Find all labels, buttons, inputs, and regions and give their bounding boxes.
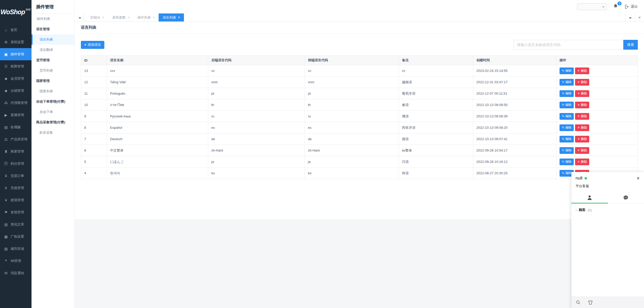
sidebar-item[interactable]: ¥ 充值管理 <box>0 182 32 194</box>
tabs-scroll-left-button[interactable]: ◂◂ <box>75 13 84 21</box>
delete-button[interactable]: ✕ 删除 <box>575 67 589 74</box>
sidebar-item-label: 资讯文章 <box>11 222 24 227</box>
sidebar-item[interactable]: ✉ 消息通知 <box>0 267 32 279</box>
sidebar-item[interactable]: ¥ 交易订单 <box>0 170 32 182</box>
notification-bell[interactable]: 0 <box>613 4 618 10</box>
tab-close-icon[interactable]: ✕ <box>178 16 180 19</box>
tab[interactable]: 控制台 ✕ <box>87 13 108 21</box>
edit-button[interactable]: ✎ 编辑 <box>560 159 574 165</box>
double-chevron-left-icon: ◂◂ <box>78 16 80 19</box>
delete-button[interactable]: ✕ 删除 <box>575 159 589 165</box>
sidebar-item[interactable]: ⌂ 首页 <box>0 24 32 36</box>
logout-icon <box>624 4 629 9</box>
pencil-icon: ✎ <box>562 69 564 72</box>
sub-sidebar-item-label: 国家列表 <box>40 89 53 93</box>
withdraw-icon: ¥ <box>4 198 8 202</box>
notice-icon: ✉ <box>4 271 8 275</box>
delete-button[interactable]: ✕ 删除 <box>575 90 589 97</box>
sidebar-item[interactable]: ▦ 广告设置 <box>0 230 32 243</box>
sub-sidebar-item[interactable]: 语言翻译 <box>32 45 74 55</box>
delete-button[interactable]: ✕ 删除 <box>575 147 589 154</box>
sub-sidebar-item[interactable]: 语言管理 <box>32 24 74 34</box>
sidebar-item[interactable]: ▤ 短视频 <box>0 121 32 133</box>
delete-button[interactable]: ✕ 删除 <box>575 124 589 131</box>
sub-sidebar-item[interactable]: 虾皮采集 <box>32 127 74 138</box>
city-region-icon: ▧ <box>4 247 8 251</box>
sub-sidebar-item[interactable]: 国家列表 <box>32 86 74 96</box>
tab-close-icon[interactable]: ✕ <box>127 16 129 19</box>
cell-name: 한국어 <box>107 168 208 179</box>
double-chevron-right-icon: ▸▸ <box>629 16 631 19</box>
delete-label: 删除 <box>581 125 587 130</box>
edit-button[interactable]: ✎ 编辑 <box>560 147 574 154</box>
sidebar-item[interactable]: ❝ IM管理 <box>0 255 32 267</box>
cell-frontend-code: zh-Hant <box>305 145 399 156</box>
header-select[interactable]: ∨ <box>577 3 607 10</box>
sub-sidebar-item[interactable]: 货币列表 <box>32 65 74 76</box>
delete-button[interactable]: ✕ 删除 <box>575 113 589 120</box>
cell-created: 2022-10-13 09:08:39 <box>473 111 556 122</box>
sidebar-item[interactable]: ⚑ 发现管理 <box>0 206 32 218</box>
search-input[interactable] <box>514 40 623 50</box>
sidebar-item[interactable]: ♜ 商家管理 <box>0 145 32 157</box>
chat-tab-contacts[interactable] <box>571 192 608 203</box>
chat-close-icon[interactable]: ✕ <box>637 176 640 181</box>
edit-button[interactable]: ✎ 编辑 <box>560 124 574 131</box>
chat-search-button[interactable] <box>576 300 581 305</box>
edit-button[interactable]: ✎ 编辑 <box>560 67 574 74</box>
x-icon: ✕ <box>577 80 580 84</box>
sidebar-item[interactable]: ☻ 分销管理 <box>0 85 32 97</box>
edit-button[interactable]: ✎ 编辑 <box>560 136 574 142</box>
cell-id: 9 <box>81 111 107 122</box>
sub-sidebar-item[interactable]: 自动下单管理(付费) <box>32 96 74 107</box>
sub-sidebar-item[interactable]: 商品采集管理(付费) <box>32 117 74 127</box>
cell-id: 4 <box>81 168 107 179</box>
edit-button[interactable]: ✎ 编辑 <box>560 113 574 120</box>
edit-button[interactable]: ✎ 编辑 <box>560 102 574 108</box>
tab[interactable]: 插件列表 ✕ <box>134 13 159 21</box>
sidebar-item[interactable]: ▤ 资讯文章 <box>0 218 32 230</box>
tabs-close-all-button[interactable]: ✕ <box>635 13 644 21</box>
tab[interactable]: 语言列表 ✕ <box>159 13 184 21</box>
chat-widget: null ✕ 平台客服 › 顾客 (0) <box>571 172 644 308</box>
chat-theme-button[interactable] <box>588 300 593 305</box>
sidebar-item[interactable]: ☻ 会员管理 <box>0 72 32 85</box>
app-logo[interactable]: WoShop 商城° <box>0 0 32 24</box>
sidebar-item[interactable]: ☷ 权限管理 <box>0 60 32 72</box>
delete-button[interactable]: ✕ 删除 <box>575 102 589 108</box>
active-tab-underline <box>571 203 608 204</box>
delete-button[interactable]: ✕ 删除 <box>575 79 589 86</box>
tabs-scroll-right-button[interactable]: ▸▸ <box>625 13 635 21</box>
cell-actions: ✎ 编辑 ✕ 删除 <box>556 77 638 88</box>
sidebar-item[interactable]: ▶ 直播管理 <box>0 109 32 121</box>
delete-label: 删除 <box>581 69 587 73</box>
sidebar-item[interactable]: ▣ 插件管理 <box>0 48 32 60</box>
tab[interactable]: 系统参数 ✕ <box>108 13 133 21</box>
edit-button[interactable]: ✎ 编辑 <box>560 79 574 86</box>
delete-button[interactable]: ✕ 删除 <box>575 136 589 142</box>
sidebar-item[interactable]: ⁂ 代理商管理 <box>0 97 32 109</box>
top-bar: ∨ 0 退出 <box>75 0 644 13</box>
sub-sidebar-item[interactable]: 货币管理 <box>32 55 74 65</box>
sidebar-item[interactable]: ▧ 城市区域 <box>0 243 32 255</box>
sidebar-item[interactable]: Ⓟ 积分管理 <box>0 157 32 170</box>
sub-sidebar-item[interactable]: 语言列表 <box>32 34 74 45</box>
cell-name: 中文繁体 <box>107 145 208 156</box>
customer-group-row[interactable]: › 顾客 (0) <box>571 204 644 216</box>
main-sidebar: WoShop 商城° ⌂ 首页 ⚙ 系统设置 ▣ 插件管理 ☷ 权限管理 <box>0 0 32 308</box>
add-language-button[interactable]: + 添加语言 <box>81 41 104 49</box>
sidebar-item-label: 发现管理 <box>11 210 24 215</box>
content-area: 语言列表 + 添加语言 搜索 <box>75 22 644 308</box>
tab-close-icon[interactable]: ✕ <box>102 16 104 19</box>
logout-button[interactable]: 退出 <box>624 4 638 9</box>
sub-sidebar-item[interactable]: 国家管理 <box>32 76 74 86</box>
search-button[interactable]: 搜索 <box>623 40 638 50</box>
sidebar-item[interactable]: ⚖ 产品库管理 <box>0 133 32 145</box>
sidebar-item[interactable]: ¥ 提现管理 <box>0 194 32 206</box>
sub-sidebar-item[interactable]: 插件列表 <box>32 14 74 24</box>
sub-sidebar-item[interactable]: 自动下单 <box>32 107 74 117</box>
edit-button[interactable]: ✎ 编辑 <box>560 90 574 97</box>
chat-tab-conversations[interactable] <box>608 192 644 203</box>
tab-close-icon[interactable]: ✕ <box>153 16 155 19</box>
sidebar-item[interactable]: ⚙ 系统设置 <box>0 36 32 48</box>
